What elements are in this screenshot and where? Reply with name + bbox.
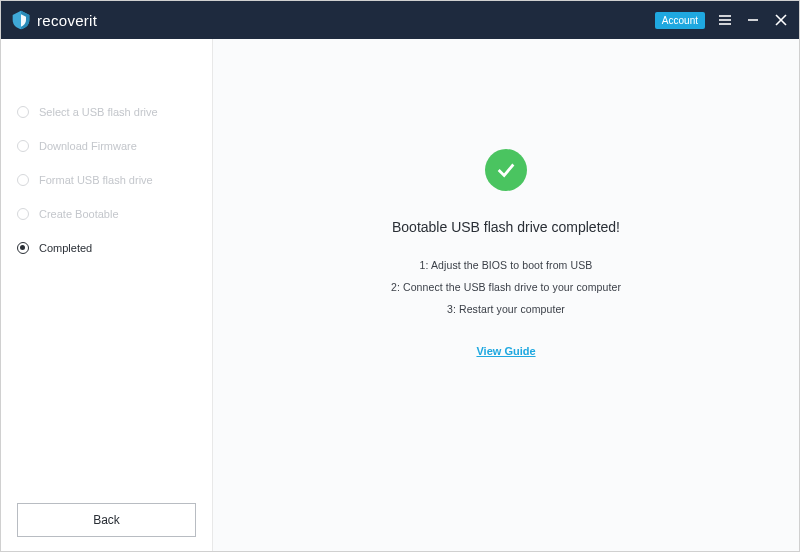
- instruction-list: 1: Adjust the BIOS to boot from USB 2: C…: [391, 259, 621, 315]
- view-guide-link[interactable]: View Guide: [476, 345, 535, 357]
- step-indicator-icon: [17, 242, 29, 254]
- menu-icon[interactable]: [717, 12, 733, 28]
- minimize-icon[interactable]: [745, 12, 761, 28]
- sidebar-footer: Back: [1, 487, 212, 552]
- step-format-usb: Format USB flash drive: [1, 163, 212, 197]
- step-select-usb: Select a USB flash drive: [1, 95, 212, 129]
- step-label: Select a USB flash drive: [39, 106, 158, 118]
- step-label: Download Firmware: [39, 140, 137, 152]
- instruction-item: 3: Restart your computer: [447, 303, 565, 315]
- step-download-firmware: Download Firmware: [1, 129, 212, 163]
- step-indicator-icon: [17, 208, 29, 220]
- back-button[interactable]: Back: [17, 503, 196, 537]
- step-list: Select a USB flash drive Download Firmwa…: [1, 95, 212, 265]
- step-label: Create Bootable: [39, 208, 119, 220]
- instruction-item: 1: Adjust the BIOS to boot from USB: [420, 259, 593, 271]
- step-completed: Completed: [1, 231, 212, 265]
- success-check-icon: [485, 149, 527, 191]
- instruction-item: 2: Connect the USB flash drive to your c…: [391, 281, 621, 293]
- brand-name: recoverit: [37, 12, 97, 29]
- titlebar-controls: Account: [655, 12, 789, 29]
- completion-title: Bootable USB flash drive completed!: [392, 219, 620, 235]
- step-label: Completed: [39, 242, 92, 254]
- step-indicator-icon: [17, 106, 29, 118]
- main-panel: Bootable USB flash drive completed! 1: A…: [213, 39, 799, 552]
- brand-logo: recoverit: [11, 10, 97, 30]
- sidebar: Select a USB flash drive Download Firmwa…: [1, 39, 213, 552]
- close-icon[interactable]: [773, 12, 789, 28]
- step-label: Format USB flash drive: [39, 174, 153, 186]
- step-indicator-icon: [17, 140, 29, 152]
- step-create-bootable: Create Bootable: [1, 197, 212, 231]
- titlebar: recoverit Account: [1, 1, 799, 39]
- account-button[interactable]: Account: [655, 12, 705, 29]
- recoverit-logo-icon: [11, 10, 31, 30]
- step-indicator-icon: [17, 174, 29, 186]
